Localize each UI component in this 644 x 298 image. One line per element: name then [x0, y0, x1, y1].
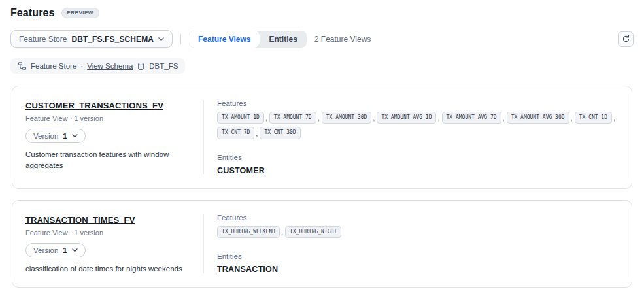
toolbar: Feature Store DBT_FS.FS_SCHEMA Feature V… — [0, 30, 644, 48]
feature-store-icon — [18, 61, 27, 71]
chip-separator: , — [281, 228, 283, 236]
view-mode-tabs: Feature Views Entities — [189, 31, 307, 48]
feature-view-card: TRANSACTION_TIMES_FV Feature View · 1 ve… — [12, 200, 632, 288]
feature-view-title-link[interactable]: CUSTOMER_TRANSACTIONS_FV — [25, 101, 163, 110]
feature-views-count: 2 Feature Views — [314, 35, 371, 44]
entities-label: Entities — [217, 252, 619, 260]
chip-separator: , — [318, 114, 320, 122]
feature-chip: TX_CNT_7D — [217, 127, 254, 139]
feature-store-dropdown[interactable]: Feature Store DBT_FS.FS_SCHEMA — [10, 30, 173, 48]
version-dropdown[interactable]: Version 1 — [25, 243, 86, 257]
feature-view-description: Customer transaction features with windo… — [25, 149, 194, 171]
feature-chip: TX_AMOUNT_AVG_1D — [377, 112, 436, 124]
card-left-column: TRANSACTION_TIMES_FV Feature View · 1 ve… — [25, 214, 203, 274]
feature-view-description: classification of date times for nights … — [25, 263, 194, 274]
version-value: 1 — [63, 246, 67, 254]
chip-separator: , — [437, 114, 439, 122]
entity-link[interactable]: CUSTOMER — [217, 166, 619, 175]
feature-chip: TX_CNT_30D — [260, 127, 300, 139]
feature-chip: TX_AMOUNT_1D — [217, 112, 264, 124]
feature-view-card: CUSTOMER_TRANSACTIONS_FV Feature View · … — [12, 86, 632, 189]
feature-chip: TX_CNT_1D — [575, 112, 612, 124]
view-schema-link[interactable]: View Schema — [87, 62, 133, 70]
page-title: Features — [10, 7, 55, 19]
chevron-down-icon — [158, 37, 164, 41]
feature-store-dropdown-label: Feature Store — [19, 35, 67, 44]
feature-chip: TX_DURING_NIGHT — [285, 226, 341, 238]
card-right-column: Features TX_DURING_WEEKEND,TX_DURING_NIG… — [204, 214, 619, 274]
feature-view-title-link[interactable]: TRANSACTION_TIMES_FV — [25, 215, 135, 225]
cards-container: CUSTOMER_TRANSACTIONS_FV Feature View · … — [0, 86, 644, 288]
breadcrumb-separator: · — [80, 62, 83, 70]
features-label: Features — [217, 99, 619, 107]
feature-view-subtitle: Feature View · 1 version — [25, 114, 203, 122]
feature-store-dropdown-value: DBT_FS.FS_SCHEMA — [71, 35, 154, 44]
features-label: Features — [217, 214, 619, 222]
version-label: Version — [33, 246, 58, 254]
chip-separator: , — [571, 114, 573, 122]
card-right-column: Features TX_AMOUNT_1D,TX_AMOUNT_7D,TX_AM… — [204, 99, 619, 175]
chip-separator: , — [265, 114, 267, 122]
chip-separator: , — [373, 114, 375, 122]
database-icon — [137, 62, 145, 71]
breadcrumb: Feature Store · View Schema DBT_FS — [10, 58, 185, 74]
chip-separator: , — [503, 114, 505, 122]
entities-list: TRANSACTION — [217, 265, 619, 274]
breadcrumb-section: Feature Store — [31, 62, 76, 70]
toolbar-divider — [180, 34, 181, 44]
features-chip-list: TX_DURING_WEEKEND,TX_DURING_NIGHT — [217, 226, 619, 238]
refresh-icon — [622, 35, 630, 43]
chevron-down-icon — [72, 134, 78, 138]
chip-separator: , — [256, 129, 258, 137]
tab-entities[interactable]: Entities — [260, 31, 306, 48]
feature-chip: TX_DURING_WEEKEND — [217, 226, 280, 238]
entities-list: CUSTOMER — [217, 166, 619, 175]
version-dropdown[interactable]: Version 1 — [25, 129, 86, 143]
entities-label: Entities — [217, 154, 619, 161]
features-chip-list: TX_AMOUNT_1D,TX_AMOUNT_7D,TX_AMOUNT_30D,… — [217, 112, 619, 139]
refresh-button[interactable] — [618, 31, 634, 47]
page-header: Features PREVIEW — [0, 0, 644, 19]
feature-chip: TX_AMOUNT_7D — [269, 112, 316, 124]
feature-chip: TX_AMOUNT_AVG_7D — [442, 112, 501, 124]
tab-feature-views[interactable]: Feature Views — [189, 31, 260, 48]
breadcrumb-database: DBT_FS — [149, 62, 178, 70]
version-value: 1 — [63, 132, 67, 140]
feature-chip: TX_AMOUNT_30D — [322, 112, 372, 124]
preview-badge: PREVIEW — [61, 8, 99, 18]
feature-view-subtitle: Feature View · 1 version — [25, 229, 203, 237]
chip-separator: , — [613, 114, 615, 122]
feature-chip: TX_AMOUNT_AVG_30D — [507, 112, 569, 124]
card-left-column: CUSTOMER_TRANSACTIONS_FV Feature View · … — [25, 99, 203, 175]
entity-link[interactable]: TRANSACTION — [217, 265, 619, 274]
chevron-down-icon — [72, 248, 78, 252]
version-label: Version — [33, 132, 58, 140]
